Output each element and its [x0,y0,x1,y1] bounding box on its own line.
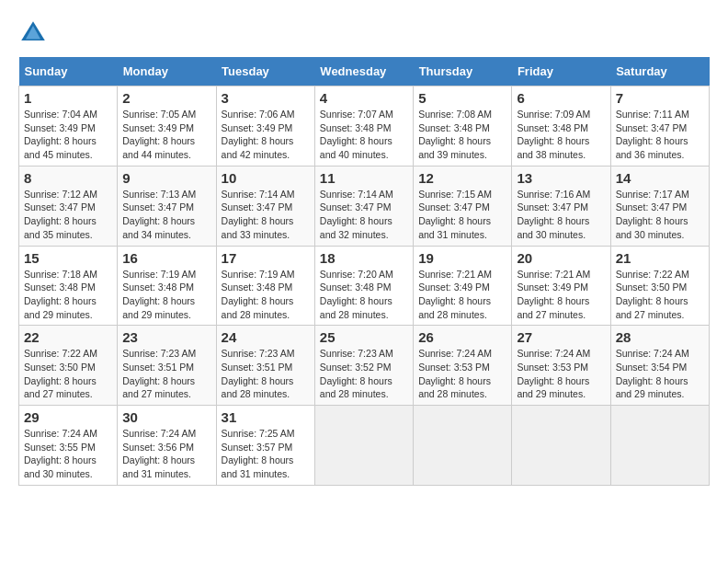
day-number: 10 [222,170,310,186]
day-number: 16 [122,250,210,266]
calendar-cell: 26Sunrise: 7:24 AMSunset: 3:53 PMDayligh… [414,326,512,406]
day-number: 7 [616,90,704,106]
calendar-cell: 3Sunrise: 7:06 AMSunset: 3:49 PMDaylight… [216,86,314,167]
day-number: 22 [24,329,112,345]
day-number: 1 [24,90,112,106]
weekday-header-wednesday: Wednesday [314,57,413,86]
calendar-cell [314,406,413,486]
day-detail: Sunrise: 7:06 AMSunset: 3:49 PMDaylight:… [222,108,310,162]
calendar-cell: 4Sunrise: 7:07 AMSunset: 3:48 PMDaylight… [314,86,413,167]
calendar-cell: 2Sunrise: 7:05 AMSunset: 3:49 PMDaylight… [118,86,216,167]
calendar-cell: 27Sunrise: 7:24 AMSunset: 3:53 PMDayligh… [512,326,610,406]
day-number: 29 [24,409,112,425]
calendar-cell: 5Sunrise: 7:08 AMSunset: 3:48 PMDaylight… [414,86,512,167]
calendar-cell: 1Sunrise: 7:04 AMSunset: 3:49 PMDaylight… [19,86,118,167]
day-detail: Sunrise: 7:21 AMSunset: 3:49 PMDaylight:… [418,268,506,322]
day-detail: Sunrise: 7:24 AMSunset: 3:55 PMDaylight:… [24,427,112,481]
logo-icon [18,18,48,48]
day-detail: Sunrise: 7:24 AMSunset: 3:54 PMDaylight:… [616,347,704,401]
day-detail: Sunrise: 7:23 AMSunset: 3:52 PMDaylight:… [320,347,408,401]
calendar-cell [414,406,512,486]
day-detail: Sunrise: 7:24 AMSunset: 3:53 PMDaylight:… [517,347,605,401]
day-number: 24 [222,329,310,345]
calendar-week-row: 15Sunrise: 7:18 AMSunset: 3:48 PMDayligh… [19,246,710,326]
calendar-header-row: SundayMondayTuesdayWednesdayThursdayFrid… [19,57,710,86]
calendar-cell: 7Sunrise: 7:11 AMSunset: 3:47 PMDaylight… [610,86,709,167]
day-detail: Sunrise: 7:14 AMSunset: 3:47 PMDaylight:… [320,188,408,242]
day-detail: Sunrise: 7:13 AMSunset: 3:47 PMDaylight:… [122,188,210,242]
calendar-week-row: 8Sunrise: 7:12 AMSunset: 3:47 PMDaylight… [19,166,710,246]
calendar-cell [610,406,709,486]
day-number: 30 [122,409,210,425]
day-number: 25 [320,329,408,345]
day-number: 8 [24,170,112,186]
day-number: 2 [122,90,210,106]
weekday-header-tuesday: Tuesday [216,57,314,86]
day-number: 3 [222,90,310,106]
day-detail: Sunrise: 7:04 AMSunset: 3:49 PMDaylight:… [24,108,112,162]
page-header [18,18,710,48]
calendar-cell: 11Sunrise: 7:14 AMSunset: 3:47 PMDayligh… [314,166,413,246]
day-detail: Sunrise: 7:05 AMSunset: 3:49 PMDaylight:… [122,108,210,162]
day-detail: Sunrise: 7:24 AMSunset: 3:56 PMDaylight:… [122,427,210,481]
day-detail: Sunrise: 7:24 AMSunset: 3:53 PMDaylight:… [418,347,506,401]
day-number: 23 [122,329,210,345]
calendar-cell: 16Sunrise: 7:19 AMSunset: 3:48 PMDayligh… [118,246,216,326]
day-number: 15 [24,250,112,266]
day-detail: Sunrise: 7:17 AMSunset: 3:47 PMDaylight:… [616,188,704,242]
day-number: 20 [517,250,605,266]
day-number: 31 [222,409,310,425]
day-number: 28 [616,329,704,345]
calendar-week-row: 22Sunrise: 7:22 AMSunset: 3:50 PMDayligh… [19,326,710,406]
weekday-header-friday: Friday [512,57,610,86]
day-detail: Sunrise: 7:18 AMSunset: 3:48 PMDaylight:… [24,268,112,322]
calendar-cell: 12Sunrise: 7:15 AMSunset: 3:47 PMDayligh… [414,166,512,246]
calendar-cell: 20Sunrise: 7:21 AMSunset: 3:49 PMDayligh… [512,246,610,326]
logo [18,18,51,48]
day-detail: Sunrise: 7:19 AMSunset: 3:48 PMDaylight:… [222,268,310,322]
day-number: 17 [222,250,310,266]
day-number: 5 [418,90,506,106]
day-number: 19 [418,250,506,266]
day-number: 6 [517,90,605,106]
day-detail: Sunrise: 7:12 AMSunset: 3:47 PMDaylight:… [24,188,112,242]
day-number: 12 [418,170,506,186]
calendar-cell: 8Sunrise: 7:12 AMSunset: 3:47 PMDaylight… [19,166,118,246]
calendar-cell: 10Sunrise: 7:14 AMSunset: 3:47 PMDayligh… [216,166,314,246]
day-number: 14 [616,170,704,186]
day-detail: Sunrise: 7:16 AMSunset: 3:47 PMDaylight:… [517,188,605,242]
day-detail: Sunrise: 7:22 AMSunset: 3:50 PMDaylight:… [616,268,704,322]
day-number: 11 [320,170,408,186]
calendar-cell: 24Sunrise: 7:23 AMSunset: 3:51 PMDayligh… [216,326,314,406]
weekday-header-thursday: Thursday [414,57,512,86]
day-detail: Sunrise: 7:14 AMSunset: 3:47 PMDaylight:… [222,188,310,242]
day-detail: Sunrise: 7:20 AMSunset: 3:48 PMDaylight:… [320,268,408,322]
calendar-cell: 17Sunrise: 7:19 AMSunset: 3:48 PMDayligh… [216,246,314,326]
day-number: 26 [418,329,506,345]
day-number: 27 [517,329,605,345]
day-detail: Sunrise: 7:25 AMSunset: 3:57 PMDaylight:… [222,427,310,481]
day-number: 18 [320,250,408,266]
calendar-week-row: 29Sunrise: 7:24 AMSunset: 3:55 PMDayligh… [19,406,710,486]
calendar-cell: 6Sunrise: 7:09 AMSunset: 3:48 PMDaylight… [512,86,610,167]
day-detail: Sunrise: 7:21 AMSunset: 3:49 PMDaylight:… [517,268,605,322]
calendar-cell: 9Sunrise: 7:13 AMSunset: 3:47 PMDaylight… [118,166,216,246]
day-detail: Sunrise: 7:07 AMSunset: 3:48 PMDaylight:… [320,108,408,162]
calendar-cell: 18Sunrise: 7:20 AMSunset: 3:48 PMDayligh… [314,246,413,326]
calendar-cell: 29Sunrise: 7:24 AMSunset: 3:55 PMDayligh… [19,406,118,486]
calendar-cell: 14Sunrise: 7:17 AMSunset: 3:47 PMDayligh… [610,166,709,246]
weekday-header-monday: Monday [118,57,216,86]
calendar-cell: 21Sunrise: 7:22 AMSunset: 3:50 PMDayligh… [610,246,709,326]
calendar-cell: 15Sunrise: 7:18 AMSunset: 3:48 PMDayligh… [19,246,118,326]
calendar-cell [512,406,610,486]
day-detail: Sunrise: 7:11 AMSunset: 3:47 PMDaylight:… [616,108,704,162]
day-detail: Sunrise: 7:15 AMSunset: 3:47 PMDaylight:… [418,188,506,242]
day-detail: Sunrise: 7:22 AMSunset: 3:50 PMDaylight:… [24,347,112,401]
calendar-cell: 25Sunrise: 7:23 AMSunset: 3:52 PMDayligh… [314,326,413,406]
calendar-cell: 19Sunrise: 7:21 AMSunset: 3:49 PMDayligh… [414,246,512,326]
calendar-cell: 23Sunrise: 7:23 AMSunset: 3:51 PMDayligh… [118,326,216,406]
calendar-cell: 30Sunrise: 7:24 AMSunset: 3:56 PMDayligh… [118,406,216,486]
calendar-cell: 13Sunrise: 7:16 AMSunset: 3:47 PMDayligh… [512,166,610,246]
day-detail: Sunrise: 7:23 AMSunset: 3:51 PMDaylight:… [222,347,310,401]
calendar-cell: 31Sunrise: 7:25 AMSunset: 3:57 PMDayligh… [216,406,314,486]
